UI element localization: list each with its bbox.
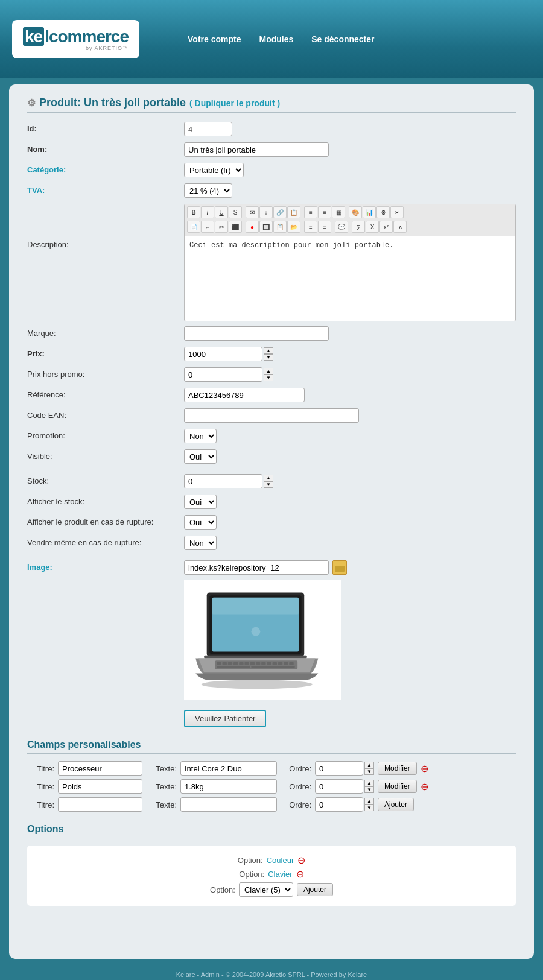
label-visible: Visible: xyxy=(27,449,184,461)
tb-color[interactable]: 🎨 xyxy=(349,206,362,218)
value-promotion: Non Oui xyxy=(184,429,516,443)
input-stock[interactable] xyxy=(184,474,262,488)
cf-ordre-1-down[interactable]: ▼ xyxy=(364,768,374,775)
tb-align-center[interactable]: ≡ xyxy=(318,206,331,218)
tb-email[interactable]: ✉ xyxy=(246,206,259,218)
tb-align-left[interactable]: ≡ xyxy=(304,206,317,218)
tb-insert[interactable]: ↓ xyxy=(259,206,273,218)
cf-titre-2[interactable] xyxy=(58,779,142,794)
cf-modifier-2[interactable]: Modifier xyxy=(378,780,417,793)
cf-ordre-2[interactable] xyxy=(315,779,363,794)
cf-modifier-1[interactable]: Modifier xyxy=(378,762,417,775)
tb-link[interactable]: 🔗 xyxy=(273,206,287,218)
tb-quote[interactable]: 💬 xyxy=(335,221,348,233)
tb-align-right[interactable]: ▦ xyxy=(332,206,345,218)
duplicate-link[interactable]: ( Dupliquer le produit ) xyxy=(189,98,280,108)
tb-doc[interactable]: 📄 xyxy=(187,221,200,233)
prix-up[interactable]: ▲ xyxy=(264,347,273,354)
stock-up[interactable]: ▲ xyxy=(264,475,273,481)
value-prix: ▲ ▼ xyxy=(184,347,516,361)
footer-text: Kelare - Admin - © 2004-2009 Akretio SPR… xyxy=(176,971,367,978)
select-afficher-rupture[interactable]: Oui Non xyxy=(184,515,217,530)
value-tva: 21 % (4) xyxy=(184,183,516,198)
cf-titre-1[interactable] xyxy=(58,761,142,776)
svg-rect-22 xyxy=(217,666,250,668)
svg-point-25 xyxy=(201,680,313,689)
svg-rect-9 xyxy=(223,662,227,665)
cf-texte-label-add: Texte: xyxy=(150,800,177,809)
cf-remove-2[interactable]: ⊖ xyxy=(421,781,428,792)
input-id[interactable] xyxy=(184,122,232,136)
nav-compte[interactable]: Votre compte xyxy=(188,34,241,44)
select-vendre-rupture[interactable]: Non Oui xyxy=(184,536,217,550)
tb-italic[interactable]: I xyxy=(201,206,214,218)
option-remove-couleur[interactable]: ⊖ xyxy=(297,855,305,866)
rte-content[interactable]: Ceci est ma description pour mon joli po… xyxy=(185,236,515,321)
select-tva[interactable]: 21 % (4) xyxy=(184,183,232,198)
cf-ordre-1-up[interactable]: ▲ xyxy=(364,762,374,768)
select-visible[interactable]: Oui Non xyxy=(184,449,217,464)
select-promotion[interactable]: Non Oui xyxy=(184,429,217,443)
cf-ordre-label-add: Ordre: xyxy=(284,800,311,809)
tb-bold[interactable]: B xyxy=(187,206,200,218)
input-prix[interactable] xyxy=(184,347,262,361)
tb-cut[interactable]: ✂ xyxy=(390,206,404,218)
tb-underline[interactable]: U xyxy=(215,206,228,218)
cf-texte-2[interactable] xyxy=(180,779,277,794)
option-couleur-link[interactable]: Couleur xyxy=(267,856,294,865)
input-marque[interactable] xyxy=(184,326,329,341)
cf-ajouter-btn[interactable]: Ajouter xyxy=(378,798,414,811)
select-categorie[interactable]: Portable (fr) xyxy=(184,163,244,177)
option-ajouter-btn[interactable]: Ajouter xyxy=(297,883,333,896)
tb-box[interactable]: 🔲 xyxy=(259,221,273,233)
cf-remove-1[interactable]: ⊖ xyxy=(421,763,428,774)
nav-deconnecter[interactable]: Se déconnecter xyxy=(311,34,374,44)
nav-modules[interactable]: Modules xyxy=(259,34,293,44)
tb-block[interactable]: ⬛ xyxy=(229,221,242,233)
promo-up[interactable]: ▲ xyxy=(264,368,273,375)
tb-table[interactable]: 📊 xyxy=(363,206,376,218)
tb-folder[interactable]: 📂 xyxy=(287,221,300,233)
prix-down[interactable]: ▼ xyxy=(264,354,273,361)
cf-ordre-add-up[interactable]: ▲ xyxy=(364,798,374,805)
cf-ordre-add-down[interactable]: ▼ xyxy=(364,805,374,811)
tb-clipboard[interactable]: 📋 xyxy=(287,206,300,218)
tb-red-circle[interactable]: ● xyxy=(246,221,259,233)
cf-ordre-2-up[interactable]: ▲ xyxy=(364,780,374,786)
option-remove-clavier[interactable]: ⊖ xyxy=(296,868,304,880)
folder-icon-btn[interactable] xyxy=(332,560,347,575)
cf-texte-1[interactable] xyxy=(180,761,277,776)
input-prix-promo[interactable] xyxy=(184,367,262,382)
champs-title: Champs personalisables xyxy=(27,739,516,750)
submit-button[interactable]: Veuillez Patienter xyxy=(184,710,266,727)
tb-undo[interactable]: ← xyxy=(201,221,214,233)
select-option-add[interactable]: Clavier (5) xyxy=(239,882,293,897)
tb-list1[interactable]: ≡ xyxy=(304,221,317,233)
input-reference[interactable] xyxy=(184,388,305,402)
promo-down[interactable]: ▼ xyxy=(264,375,273,381)
cf-texte-add[interactable] xyxy=(180,797,277,812)
cf-titre-add[interactable] xyxy=(58,797,142,812)
tb-xsup[interactable]: x² xyxy=(379,221,393,233)
input-ean[interactable] xyxy=(184,408,359,423)
cf-ordre-add[interactable] xyxy=(315,797,363,812)
input-image[interactable] xyxy=(184,560,329,575)
tb-scissors[interactable]: ✂ xyxy=(215,221,228,233)
input-nom[interactable] xyxy=(184,142,329,157)
tb-paste[interactable]: 📋 xyxy=(273,221,287,233)
tb-x[interactable]: X xyxy=(366,221,379,233)
cf-ordre-1[interactable] xyxy=(315,761,363,776)
select-afficher-stock[interactable]: Oui Non xyxy=(184,495,217,509)
svg-point-5 xyxy=(252,627,261,636)
tb-settings[interactable]: ⚙ xyxy=(376,206,390,218)
stock-down[interactable]: ▼ xyxy=(264,481,273,488)
option-clavier-link[interactable]: Clavier xyxy=(268,870,292,879)
option-row-couleur: Option: Couleur ⊖ xyxy=(33,855,510,866)
cf-ordre-2-down[interactable]: ▼ xyxy=(364,786,374,793)
row-tva: TVA: 21 % (4) xyxy=(27,183,516,199)
tb-list2[interactable]: ≡ xyxy=(318,221,331,233)
tb-lambda[interactable]: ∧ xyxy=(393,221,407,233)
value-visible: Oui Non xyxy=(184,449,516,464)
tb-sigma[interactable]: ∑ xyxy=(352,221,365,233)
tb-strikethrough[interactable]: S xyxy=(229,206,242,218)
